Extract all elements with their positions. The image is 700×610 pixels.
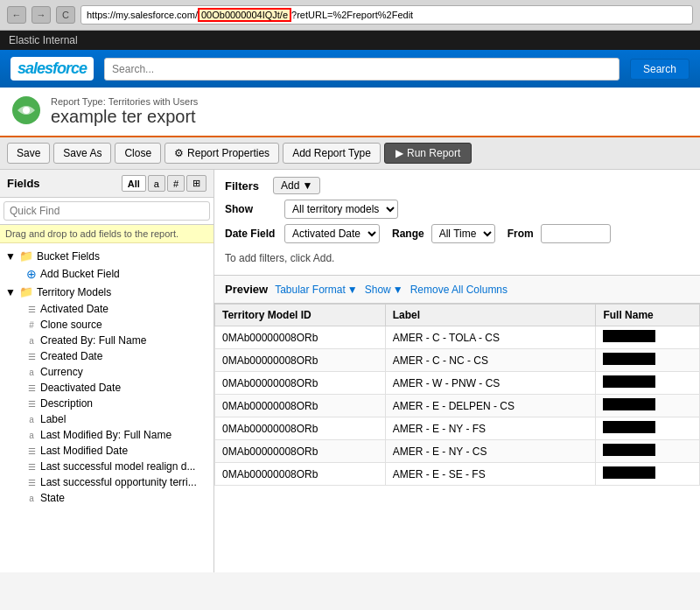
field-last-opportunity-terri[interactable]: ☰ Last successful opportunity terri... — [21, 474, 214, 490]
report-properties-button[interactable]: ⚙ Report Properties — [164, 143, 279, 164]
bucket-fields-folder[interactable]: ▼ 📁 Bucket Fields — [0, 247, 214, 265]
back-button[interactable]: ← — [7, 6, 26, 24]
field-label: Created Date — [40, 350, 102, 362]
show-select[interactable]: All territory models — [284, 200, 398, 219]
field-type-icon: ☰ — [26, 478, 37, 487]
grid-fields-btn[interactable]: ⊞ — [186, 175, 206, 192]
filters-title: Filters — [225, 179, 259, 193]
show-filter-row: Show All territory models — [225, 200, 690, 219]
preview-table: Territory Model ID Label Full Name 0MAb0… — [214, 304, 700, 486]
date-field-select[interactable]: Activated Date — [284, 224, 380, 243]
preview-title: Preview — [225, 283, 268, 296]
remove-all-columns-link[interactable]: Remove All Columns — [410, 284, 508, 296]
field-label: Created By: Full Name — [40, 334, 146, 347]
table-row: 0MAb00000008ORb AMER - C - NC - CS — [215, 349, 700, 372]
show-link[interactable]: Show ▼ — [365, 284, 403, 296]
tabular-format-link[interactable]: Tabular Format ▼ — [275, 284, 358, 296]
territory-models-folder[interactable]: ▼ 📁 Territory Models — [0, 283, 214, 301]
from-input[interactable] — [541, 224, 611, 243]
folder-icon: 📁 — [19, 249, 33, 263]
field-last-model-realign[interactable]: ☰ Last successful model realign d... — [21, 459, 214, 474]
field-label[interactable]: a Label — [21, 411, 214, 427]
date-field-row: Date Field Activated Date Range All Time… — [225, 224, 690, 243]
add-report-type-button[interactable]: Add Report Type — [283, 143, 381, 164]
col-header-label: Label — [385, 305, 596, 326]
show-label: Show — [225, 203, 277, 215]
cell-fullname — [596, 417, 700, 440]
all-fields-btn[interactable]: All — [122, 175, 146, 192]
range-select[interactable]: All Time — [431, 224, 495, 243]
report-properties-label: Report Properties — [187, 147, 270, 159]
cell-fullname — [596, 372, 700, 395]
dropdown-icon: ▼ — [302, 179, 312, 192]
add-bucket-field-item[interactable]: ⊕ Add Bucket Field — [21, 265, 214, 283]
cell-id: 0MAb00000008ORb — [215, 417, 386, 440]
cell-fullname — [596, 440, 700, 463]
cell-label: AMER - E - DELPEN - CS — [385, 395, 596, 417]
preview-header: Preview Tabular Format ▼ Show ▼ Remove A… — [214, 276, 700, 304]
search-button[interactable]: Search — [630, 59, 690, 80]
field-label: Last successful model realign d... — [40, 460, 195, 473]
forward-button[interactable]: → — [32, 6, 51, 24]
filters-header-row: Filters Add ▼ — [225, 177, 690, 194]
url-highlight: 00Ob0000004IQJt/e — [198, 8, 291, 22]
field-label: State — [40, 492, 65, 504]
field-description[interactable]: ☰ Description — [21, 396, 214, 411]
field-type-icon: ☰ — [26, 446, 37, 456]
save-button[interactable]: Save — [7, 143, 50, 164]
refresh-button[interactable]: C — [56, 6, 75, 24]
cell-id: 0MAb00000008ORb — [215, 440, 386, 463]
col-header-id: Territory Model ID — [215, 305, 386, 326]
field-created-date[interactable]: ☰ Created Date — [21, 348, 214, 364]
url-bar[interactable]: https:// my.salesforce.com/ 00Ob0000004I… — [80, 5, 693, 25]
field-type-icon: a — [26, 494, 37, 503]
fields-tree: ▼ 📁 Bucket Fields ⊕ Add Bucket Field ▼ 📁… — [0, 243, 214, 572]
field-created-by[interactable]: a Created By: Full Name — [21, 333, 214, 348]
field-state[interactable]: a State — [21, 490, 214, 506]
field-label: Last successful opportunity terri... — [40, 476, 197, 488]
page-header-icon — [10, 95, 42, 129]
field-last-modified-date[interactable]: ☰ Last Modified Date — [21, 443, 214, 459]
cell-id: 0MAb00000008ORb — [215, 395, 386, 417]
add-filter-button[interactable]: Add ▼ — [273, 177, 320, 194]
cell-label: AMER - W - PNW - CS — [385, 372, 596, 395]
field-type-icon: ☰ — [26, 305, 37, 314]
show-link-label: Show — [365, 284, 391, 296]
gear-icon: ⚙ — [174, 147, 184, 159]
sf-logo: salesforce — [10, 57, 94, 81]
fields-header: Fields All a # ⊞ — [0, 170, 214, 198]
table-row: 0MAb00000008ORb AMER - E - NY - FS — [215, 417, 700, 440]
search-input[interactable] — [104, 58, 620, 81]
quick-find-container — [0, 198, 214, 225]
field-label: Description — [40, 397, 93, 410]
browser-bar: ← → C https:// my.salesforce.com/ 00Ob00… — [0, 0, 700, 31]
field-label: Clone source — [40, 319, 102, 331]
quick-find-input[interactable] — [4, 201, 210, 221]
save-as-button[interactable]: Save As — [53, 143, 111, 164]
field-type-icon: ☰ — [26, 352, 37, 361]
run-report-label: Run Report — [407, 147, 460, 159]
field-last-modified-by[interactable]: a Last Modified By: Full Name — [21, 427, 214, 443]
field-currency[interactable]: a Currency — [21, 364, 214, 380]
cell-fullname — [596, 463, 700, 486]
table-row: 0MAb00000008ORb AMER - E - DELPEN - CS — [215, 395, 700, 417]
filters-section: Filters Add ▼ Show All territory models … — [214, 170, 700, 276]
table-header-row: Territory Model ID Label Full Name — [215, 305, 700, 326]
field-deactivated-date[interactable]: ☰ Deactivated Date — [21, 380, 214, 396]
territory-models-children: ☰ Activated Date # Clone source a Create… — [0, 301, 214, 506]
page-header-text: Report Type: Territories with Users exam… — [51, 96, 198, 127]
field-type-icon: ☰ — [26, 383, 37, 393]
cell-label: AMER - E - NY - CS — [385, 440, 596, 463]
num-fields-btn[interactable]: # — [167, 175, 185, 192]
fields-panel: Fields All a # ⊞ Drag and drop to add fi… — [0, 170, 214, 572]
preview-table-body: 0MAb00000008ORb AMER - C - TOLA - CS 0MA… — [215, 326, 700, 486]
cell-id: 0MAb00000008ORb — [215, 349, 386, 372]
close-button[interactable]: Close — [115, 143, 161, 164]
dropdown-icon-2: ▼ — [347, 284, 358, 296]
run-report-button[interactable]: ▶ Run Report — [384, 143, 472, 164]
field-activated-date[interactable]: ☰ Activated Date — [21, 301, 214, 317]
dropdown-icon-3: ▼ — [393, 284, 403, 296]
field-type-icon: ☰ — [26, 462, 37, 472]
field-clone-source[interactable]: # Clone source — [21, 317, 214, 333]
text-fields-btn[interactable]: a — [148, 175, 165, 192]
